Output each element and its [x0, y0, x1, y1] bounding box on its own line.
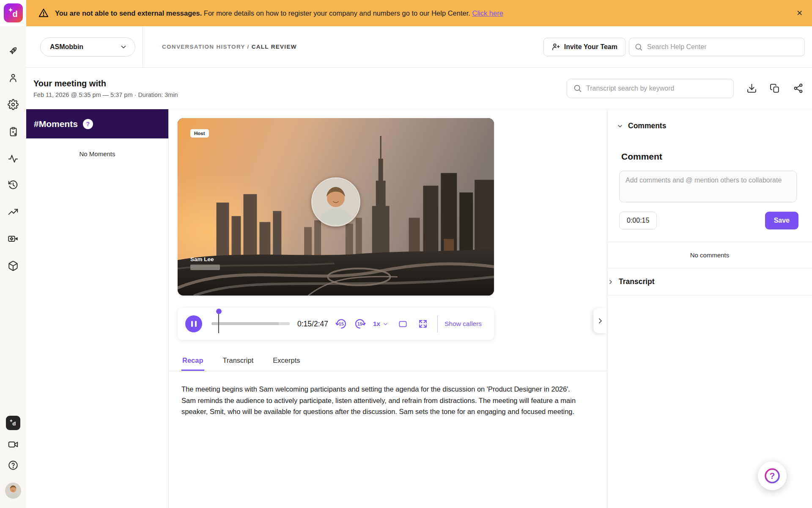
controls-divider	[437, 315, 438, 332]
header-divider	[143, 26, 143, 68]
download-icon[interactable]	[746, 83, 757, 94]
breadcrumb-separator: /	[247, 44, 250, 50]
rail-dialpad-ai-app-icon[interactable]: d	[6, 416, 20, 430]
skip-back-15-icon[interactable]: 15	[335, 318, 348, 330]
participant-name-underlay	[190, 265, 220, 270]
playback-speed-value: 1x	[373, 320, 380, 328]
breadcrumb: CONVERSATION HISTORY / CALL REVIEW	[162, 44, 297, 50]
chevron-right-icon	[607, 279, 614, 285]
rail-video-camera-icon[interactable]	[8, 439, 19, 450]
tab-excerpts[interactable]: Excerpts	[272, 353, 301, 371]
svg-text:?: ?	[770, 471, 775, 480]
svg-text:d: d	[12, 420, 16, 427]
chevron-right-icon	[596, 317, 604, 325]
host-badge: Host	[190, 129, 209, 138]
rail-ai-notes-clipboard-icon[interactable]	[8, 126, 19, 137]
comment-timestamp-chip[interactable]: 0:00:15	[619, 212, 657, 229]
breadcrumb-section[interactable]: CONVERSATION HISTORY	[162, 44, 245, 50]
transcript-section-toggle[interactable]: Transcript	[607, 268, 812, 295]
left-icon-rail: d	[0, 26, 26, 508]
banner-bold-text: You are not able to send external messag…	[55, 9, 202, 17]
transcript-search-input[interactable]	[586, 85, 727, 92]
help-center-search[interactable]	[629, 38, 805, 56]
moments-title: #Moments	[34, 119, 78, 129]
recap-summary-text: The meeting begins with Sam welcoming pa…	[181, 384, 577, 417]
svg-text:15: 15	[339, 321, 344, 326]
comment-input[interactable]	[619, 171, 797, 202]
seek-track[interactable]	[211, 322, 290, 325]
rail-history-clock-icon[interactable]	[8, 179, 19, 190]
rail-contacts-user-icon[interactable]	[8, 72, 19, 83]
gradient-question-icon: ?	[763, 467, 781, 485]
playback-speed-control[interactable]: 1x	[373, 320, 389, 328]
dialpad-logo-icon: d	[6, 6, 21, 21]
chevron-down-icon	[382, 321, 389, 327]
panel-divider	[607, 295, 812, 295]
help-center-search-input[interactable]	[647, 43, 799, 51]
copy-icon[interactable]	[770, 83, 780, 94]
workspace-dropdown[interactable]: ASMobbin	[40, 37, 135, 57]
rail-launch-rocket-icon[interactable]	[8, 45, 19, 56]
chevron-down-icon	[617, 123, 623, 130]
help-fab-button[interactable]: ?	[758, 461, 787, 490]
participant-name-label: Sam Lee	[190, 256, 214, 262]
tab-recap[interactable]: Recap	[181, 353, 204, 371]
workspace-name: ASMobbin	[50, 43, 83, 51]
search-icon	[634, 43, 643, 51]
seek-track-remaining	[279, 322, 290, 325]
share-icon[interactable]	[793, 83, 804, 94]
save-comment-button[interactable]: Save	[765, 212, 798, 229]
dialpad-logo[interactable]: d	[4, 3, 23, 22]
content-tabs: Recap Transcript Excerpts	[169, 353, 607, 371]
picture-in-picture-icon[interactable]	[398, 319, 408, 329]
moments-header: #Moments ?	[26, 109, 168, 138]
time-display: 0:15/2:47	[297, 320, 328, 329]
rail-activity-pulse-icon[interactable]	[8, 153, 19, 164]
call-review-page: You are not able to send external messag…	[0, 0, 812, 508]
tab-transcript[interactable]: Transcript	[222, 353, 255, 371]
warning-triangle-icon	[38, 8, 49, 19]
seek-slider[interactable]	[211, 308, 290, 340]
app-header: ASMobbin CONVERSATION HISTORY / CALL REV…	[26, 26, 812, 68]
moments-empty-state: No Moments	[26, 150, 168, 157]
comments-empty-state: No comments	[607, 242, 812, 268]
pause-button[interactable]	[185, 315, 202, 332]
banner-close-button[interactable]: ✕	[796, 8, 803, 18]
player-controls: 0:15/2:47 15 15 1x Show callers	[178, 308, 494, 340]
fullscreen-expand-icon[interactable]	[418, 319, 428, 329]
rail-analytics-trending-up-icon[interactable]	[8, 207, 19, 218]
banner-body-text: For more details on how to register your…	[204, 9, 470, 17]
banner-click-here-link[interactable]: Click here	[472, 9, 503, 17]
seek-playhead[interactable]	[216, 309, 222, 334]
show-callers-link[interactable]: Show callers	[444, 320, 482, 328]
moments-panel: #Moments ? No Moments	[26, 109, 169, 508]
rail-help-circle-icon[interactable]	[8, 460, 19, 471]
invite-your-team-button[interactable]: Invite Your Team	[543, 38, 625, 56]
comments-section-title: Comments	[628, 121, 666, 130]
breadcrumb-page: CALL REVIEW	[252, 44, 297, 50]
comments-sidebar: Comments Comment 0:00:15 Save No comment…	[607, 109, 812, 508]
skip-forward-15-icon[interactable]: 15	[354, 318, 366, 330]
comment-form-actions: 0:00:15 Save	[619, 212, 798, 229]
meeting-toolbar: Your meeting with Feb 11, 2026 @ 5:35 pm…	[26, 68, 812, 109]
video-player[interactable]: Host Sam Lee	[178, 118, 494, 295]
invite-button-label: Invite Your Team	[564, 43, 617, 51]
search-icon	[573, 84, 582, 93]
comments-section-toggle[interactable]: Comments	[607, 109, 812, 130]
banner-text: You are not able to send external messag…	[55, 9, 503, 17]
rail-user-avatar[interactable]	[5, 483, 21, 499]
moments-help-badge[interactable]: ?	[83, 119, 93, 129]
svg-text:d: d	[12, 9, 17, 19]
chevron-down-icon	[120, 43, 127, 51]
rail-video-settings-icon[interactable]	[8, 233, 19, 244]
sidebar-collapse-handle[interactable]	[593, 308, 607, 333]
participant-avatar	[311, 177, 360, 226]
user-plus-icon	[551, 42, 560, 51]
rail-integrations-box-icon[interactable]	[8, 260, 19, 271]
meeting-title: Your meeting with	[33, 79, 178, 88]
transcript-search[interactable]	[567, 79, 734, 98]
svg-text:15: 15	[357, 321, 362, 326]
external-messages-banner: You are not able to send external messag…	[26, 0, 812, 26]
transcript-section-title: Transcript	[619, 277, 655, 286]
rail-settings-gear-icon[interactable]	[8, 99, 19, 110]
